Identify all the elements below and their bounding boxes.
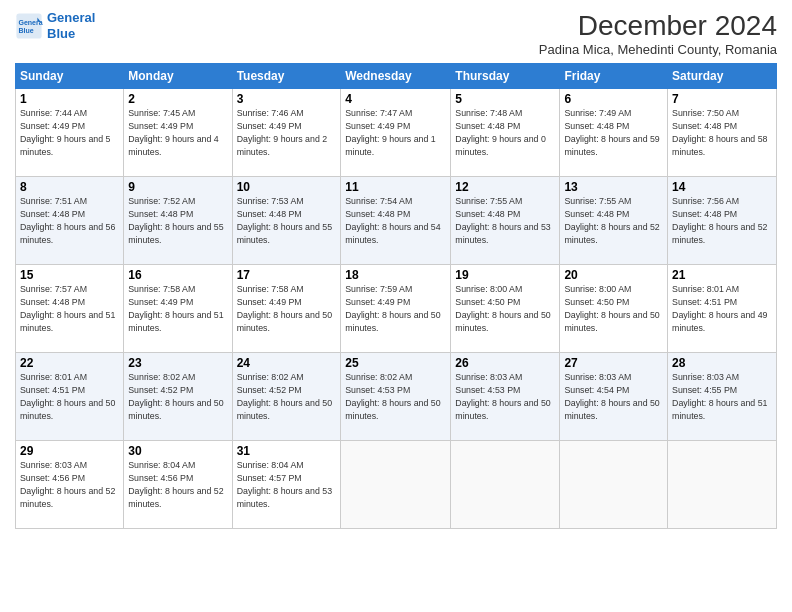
day-cell-24: 24Sunrise: 8:02 AMSunset: 4:52 PMDayligh… — [232, 353, 341, 441]
day-cell-3: 3Sunrise: 7:46 AMSunset: 4:49 PMDaylight… — [232, 89, 341, 177]
subtitle: Padina Mica, Mehedinti County, Romania — [539, 42, 777, 57]
day-number: 20 — [564, 268, 663, 282]
day-cell-6: 6Sunrise: 7:49 AMSunset: 4:48 PMDaylight… — [560, 89, 668, 177]
svg-rect-0 — [16, 13, 41, 38]
day-cell-11: 11Sunrise: 7:54 AMSunset: 4:48 PMDayligh… — [341, 177, 451, 265]
day-number: 27 — [564, 356, 663, 370]
day-number: 8 — [20, 180, 119, 194]
month-title: December 2024 — [539, 10, 777, 42]
day-number: 31 — [237, 444, 337, 458]
day-cell-31: 31Sunrise: 8:04 AMSunset: 4:57 PMDayligh… — [232, 441, 341, 529]
day-cell-30: 30Sunrise: 8:04 AMSunset: 4:56 PMDayligh… — [124, 441, 232, 529]
day-cell-20: 20Sunrise: 8:00 AMSunset: 4:50 PMDayligh… — [560, 265, 668, 353]
day-number: 1 — [20, 92, 119, 106]
day-info: Sunrise: 7:52 AMSunset: 4:48 PMDaylight:… — [128, 196, 223, 245]
day-info: Sunrise: 7:45 AMSunset: 4:49 PMDaylight:… — [128, 108, 218, 157]
header: General Blue General Blue December 2024 … — [15, 10, 777, 57]
calendar-table: SundayMondayTuesdayWednesdayThursdayFrid… — [15, 63, 777, 529]
day-info: Sunrise: 7:59 AMSunset: 4:49 PMDaylight:… — [345, 284, 440, 333]
day-info: Sunrise: 8:01 AMSunset: 4:51 PMDaylight:… — [20, 372, 115, 421]
day-cell-8: 8Sunrise: 7:51 AMSunset: 4:48 PMDaylight… — [16, 177, 124, 265]
day-info: Sunrise: 7:46 AMSunset: 4:49 PMDaylight:… — [237, 108, 327, 157]
day-number: 9 — [128, 180, 227, 194]
day-info: Sunrise: 8:02 AMSunset: 4:52 PMDaylight:… — [128, 372, 223, 421]
day-info: Sunrise: 8:00 AMSunset: 4:50 PMDaylight:… — [455, 284, 550, 333]
weekday-header-row: SundayMondayTuesdayWednesdayThursdayFrid… — [16, 64, 777, 89]
weekday-header-friday: Friday — [560, 64, 668, 89]
day-info: Sunrise: 7:56 AMSunset: 4:48 PMDaylight:… — [672, 196, 767, 245]
empty-cell — [451, 441, 560, 529]
day-number: 16 — [128, 268, 227, 282]
day-number: 2 — [128, 92, 227, 106]
day-info: Sunrise: 8:02 AMSunset: 4:53 PMDaylight:… — [345, 372, 440, 421]
day-info: Sunrise: 7:57 AMSunset: 4:48 PMDaylight:… — [20, 284, 115, 333]
day-cell-2: 2Sunrise: 7:45 AMSunset: 4:49 PMDaylight… — [124, 89, 232, 177]
day-cell-7: 7Sunrise: 7:50 AMSunset: 4:48 PMDaylight… — [668, 89, 777, 177]
empty-cell — [668, 441, 777, 529]
day-number: 15 — [20, 268, 119, 282]
day-cell-19: 19Sunrise: 8:00 AMSunset: 4:50 PMDayligh… — [451, 265, 560, 353]
day-cell-16: 16Sunrise: 7:58 AMSunset: 4:49 PMDayligh… — [124, 265, 232, 353]
empty-cell — [560, 441, 668, 529]
day-number: 19 — [455, 268, 555, 282]
day-info: Sunrise: 8:03 AMSunset: 4:56 PMDaylight:… — [20, 460, 115, 509]
day-cell-28: 28Sunrise: 8:03 AMSunset: 4:55 PMDayligh… — [668, 353, 777, 441]
day-cell-17: 17Sunrise: 7:58 AMSunset: 4:49 PMDayligh… — [232, 265, 341, 353]
logo: General Blue General Blue — [15, 10, 95, 41]
day-cell-22: 22Sunrise: 8:01 AMSunset: 4:51 PMDayligh… — [16, 353, 124, 441]
weekday-header-wednesday: Wednesday — [341, 64, 451, 89]
title-block: December 2024 Padina Mica, Mehedinti Cou… — [539, 10, 777, 57]
day-info: Sunrise: 8:04 AMSunset: 4:57 PMDaylight:… — [237, 460, 332, 509]
day-cell-21: 21Sunrise: 8:01 AMSunset: 4:51 PMDayligh… — [668, 265, 777, 353]
day-cell-12: 12Sunrise: 7:55 AMSunset: 4:48 PMDayligh… — [451, 177, 560, 265]
day-cell-5: 5Sunrise: 7:48 AMSunset: 4:48 PMDaylight… — [451, 89, 560, 177]
empty-cell — [341, 441, 451, 529]
day-cell-26: 26Sunrise: 8:03 AMSunset: 4:53 PMDayligh… — [451, 353, 560, 441]
day-info: Sunrise: 7:48 AMSunset: 4:48 PMDaylight:… — [455, 108, 545, 157]
day-info: Sunrise: 7:51 AMSunset: 4:48 PMDaylight:… — [20, 196, 115, 245]
day-number: 24 — [237, 356, 337, 370]
day-number: 30 — [128, 444, 227, 458]
week-row-2: 8Sunrise: 7:51 AMSunset: 4:48 PMDaylight… — [16, 177, 777, 265]
day-number: 14 — [672, 180, 772, 194]
logo-text: General Blue — [47, 10, 95, 41]
day-cell-29: 29Sunrise: 8:03 AMSunset: 4:56 PMDayligh… — [16, 441, 124, 529]
day-cell-14: 14Sunrise: 7:56 AMSunset: 4:48 PMDayligh… — [668, 177, 777, 265]
day-number: 26 — [455, 356, 555, 370]
day-number: 18 — [345, 268, 446, 282]
svg-text:Blue: Blue — [19, 27, 34, 34]
day-cell-27: 27Sunrise: 8:03 AMSunset: 4:54 PMDayligh… — [560, 353, 668, 441]
day-info: Sunrise: 7:55 AMSunset: 4:48 PMDaylight:… — [455, 196, 550, 245]
day-info: Sunrise: 7:58 AMSunset: 4:49 PMDaylight:… — [128, 284, 223, 333]
day-number: 7 — [672, 92, 772, 106]
day-number: 6 — [564, 92, 663, 106]
day-number: 13 — [564, 180, 663, 194]
day-number: 22 — [20, 356, 119, 370]
day-info: Sunrise: 7:50 AMSunset: 4:48 PMDaylight:… — [672, 108, 767, 157]
day-info: Sunrise: 7:47 AMSunset: 4:49 PMDaylight:… — [345, 108, 435, 157]
day-number: 25 — [345, 356, 446, 370]
day-number: 5 — [455, 92, 555, 106]
day-info: Sunrise: 7:44 AMSunset: 4:49 PMDaylight:… — [20, 108, 110, 157]
day-cell-9: 9Sunrise: 7:52 AMSunset: 4:48 PMDaylight… — [124, 177, 232, 265]
day-info: Sunrise: 8:00 AMSunset: 4:50 PMDaylight:… — [564, 284, 659, 333]
day-cell-4: 4Sunrise: 7:47 AMSunset: 4:49 PMDaylight… — [341, 89, 451, 177]
day-cell-1: 1Sunrise: 7:44 AMSunset: 4:49 PMDaylight… — [16, 89, 124, 177]
day-info: Sunrise: 8:03 AMSunset: 4:54 PMDaylight:… — [564, 372, 659, 421]
day-info: Sunrise: 7:55 AMSunset: 4:48 PMDaylight:… — [564, 196, 659, 245]
week-row-5: 29Sunrise: 8:03 AMSunset: 4:56 PMDayligh… — [16, 441, 777, 529]
calendar-container: General Blue General Blue December 2024 … — [0, 0, 792, 612]
day-cell-15: 15Sunrise: 7:57 AMSunset: 4:48 PMDayligh… — [16, 265, 124, 353]
day-info: Sunrise: 7:49 AMSunset: 4:48 PMDaylight:… — [564, 108, 659, 157]
day-info: Sunrise: 8:04 AMSunset: 4:56 PMDaylight:… — [128, 460, 223, 509]
day-info: Sunrise: 8:03 AMSunset: 4:55 PMDaylight:… — [672, 372, 767, 421]
day-info: Sunrise: 8:02 AMSunset: 4:52 PMDaylight:… — [237, 372, 332, 421]
day-info: Sunrise: 7:54 AMSunset: 4:48 PMDaylight:… — [345, 196, 440, 245]
day-info: Sunrise: 8:01 AMSunset: 4:51 PMDaylight:… — [672, 284, 767, 333]
weekday-header-thursday: Thursday — [451, 64, 560, 89]
weekday-header-monday: Monday — [124, 64, 232, 89]
day-info: Sunrise: 7:53 AMSunset: 4:48 PMDaylight:… — [237, 196, 332, 245]
weekday-header-saturday: Saturday — [668, 64, 777, 89]
logo-icon: General Blue — [15, 12, 43, 40]
day-number: 12 — [455, 180, 555, 194]
